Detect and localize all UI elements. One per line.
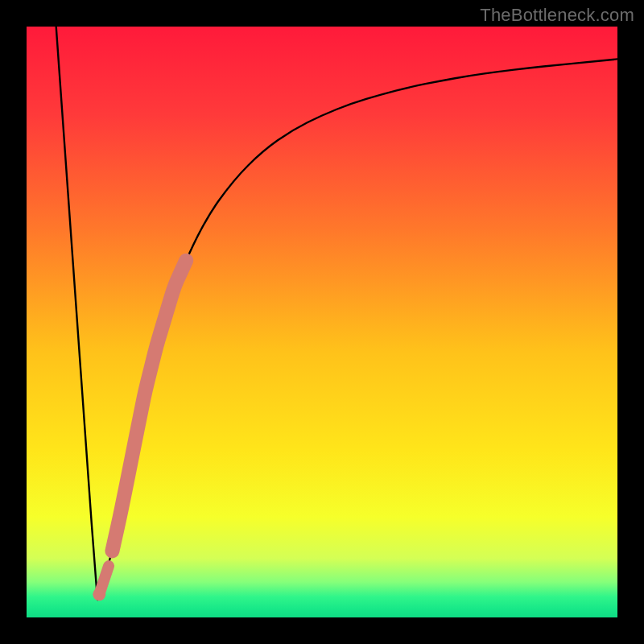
highlight-dot [93,588,105,601]
plot-area [27,27,617,617]
chart-svg [27,27,617,617]
chart-frame: TheBottleneck.com [0,0,644,644]
watermark-text: TheBottleneck.com [480,5,634,26]
